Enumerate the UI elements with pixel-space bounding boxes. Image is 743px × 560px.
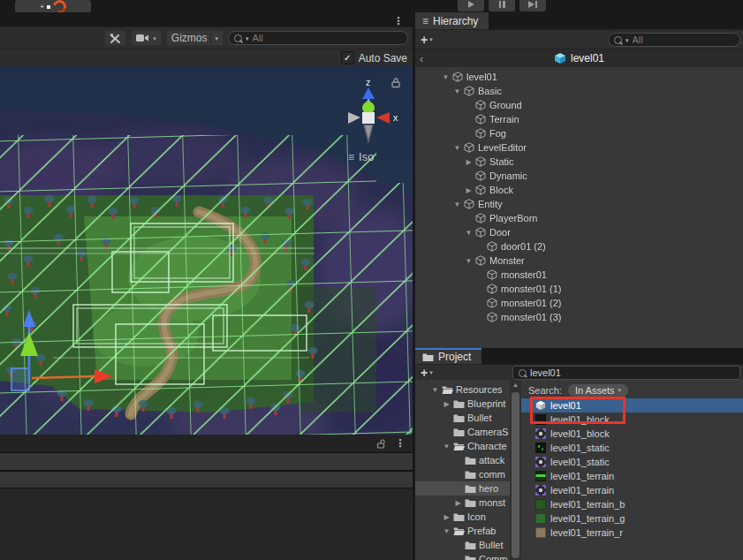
breadcrumb-label: level01 <box>571 52 604 64</box>
hierarchy-tree-item[interactable]: monster01 (2) <box>415 296 743 310</box>
project-folder-item[interactable]: ▼ Prefab <box>415 524 510 538</box>
foldout-arrow-icon[interactable]: ▼ <box>440 73 451 81</box>
hierarchy-add-button[interactable]: + ▾ <box>421 34 433 46</box>
hierarchy-tree-item[interactable]: PlayerBorn <box>415 211 743 225</box>
breadcrumb[interactable]: level01 <box>554 52 604 64</box>
scene-search-input[interactable] <box>253 33 402 43</box>
x-axis-cone[interactable] <box>376 112 390 124</box>
project-folder-item[interactable]: Bullet <box>415 411 510 425</box>
scene-search-field[interactable]: ▾ <box>228 31 408 45</box>
hierarchy-tree-item[interactable]: ▶ Block <box>415 183 743 197</box>
asset-label: level01_terrain_b <box>550 499 625 510</box>
tab-project[interactable]: Project <box>415 348 481 364</box>
project-folder-item[interactable]: Comm <box>415 552 510 560</box>
foldout-arrow-icon[interactable]: ▼ <box>463 257 474 265</box>
gizmos-button[interactable]: Gizmos ▾ <box>166 30 224 46</box>
folder-tree-scrollbar[interactable]: ▲ <box>510 380 521 560</box>
lock-icon[interactable] <box>390 77 401 88</box>
asset-result-item[interactable]: level01_terrain_r <box>521 526 743 540</box>
project-search-field[interactable] <box>512 366 740 380</box>
hierarchy-tree-item[interactable]: ▼ Entity <box>415 197 743 211</box>
hierarchy-tree-item[interactable]: Ground <box>415 98 743 112</box>
asset-result-item[interactable]: level01_terrain <box>521 469 743 483</box>
asset-result-item[interactable]: level01_terrain_b <box>521 497 743 511</box>
foldout-arrow-icon[interactable]: ▶ <box>441 400 452 408</box>
step-button[interactable] <box>519 0 546 11</box>
y-axis-ball[interactable] <box>362 102 375 114</box>
foldout-arrow-icon[interactable]: ▼ <box>451 201 463 208</box>
foldout-arrow-icon[interactable]: ▼ <box>463 229 474 237</box>
asset-result-item[interactable]: level01_block <box>521 427 743 441</box>
camera-caret-icon: ▾ <box>153 35 156 42</box>
foldout-arrow-icon[interactable]: ▼ <box>429 386 441 394</box>
unlock-icon[interactable] <box>375 438 387 450</box>
project-folder-item[interactable]: Bullet <box>415 538 510 552</box>
project-folder-item[interactable]: ▶ Blueprint <box>415 397 510 411</box>
asset-result-item[interactable]: level01_terrain <box>521 483 743 497</box>
hierarchy-tree-item[interactable]: ▼ Basic <box>415 84 743 98</box>
hierarchy-tree-item[interactable]: Dynamic <box>415 169 743 183</box>
hierarchy-tree-item[interactable]: monster01 <box>415 268 743 282</box>
mesh-asset-icon <box>535 428 546 439</box>
autosave-checkbox[interactable]: ✓ <box>341 51 354 64</box>
bottom-panel-row[interactable] <box>0 453 413 470</box>
pause-button[interactable] <box>489 0 515 11</box>
hierarchy-tree-item[interactable]: ▼ level01 <box>415 70 743 84</box>
projection-mode-label[interactable]: ≡ Iso <box>348 150 374 163</box>
badge-dot <box>47 5 50 9</box>
orange-badge-icon[interactable]: + <box>15 0 91 12</box>
project-folder-item[interactable]: CameraS <box>415 425 510 439</box>
hierarchy-search-input[interactable] <box>633 34 734 45</box>
badge-arc <box>50 0 68 12</box>
asset-result-item[interactable]: level01_static <box>521 455 743 469</box>
foldout-arrow-icon[interactable]: ▶ <box>452 499 464 507</box>
hierarchy-tree-item[interactable]: ▼ Door <box>415 225 743 239</box>
foldout-arrow-icon[interactable]: ▼ <box>441 527 452 535</box>
project-folder-item[interactable]: ▶ monst <box>415 496 510 510</box>
folder-label: Characte <box>467 441 507 451</box>
project-folder-item[interactable]: ▼ Resources <box>415 382 510 397</box>
gameobject-label: monster01 (1) <box>501 284 561 294</box>
hierarchy-tree-item[interactable]: monster01 (3) <box>415 310 743 324</box>
project-folder-item[interactable]: ▼ Characte <box>415 439 510 453</box>
search-scope-dropdown[interactable]: In Assets ▾ <box>568 384 628 397</box>
hierarchy-search-field[interactable]: ▾ <box>608 33 740 47</box>
breadcrumb-back-icon[interactable]: ‹ <box>420 53 423 64</box>
foldout-arrow-icon[interactable]: ▼ <box>451 87 463 95</box>
project-add-button[interactable]: + ▾ <box>421 367 433 379</box>
scrollbar-thumb[interactable] <box>512 392 519 558</box>
scene-camera-button[interactable]: ▾ <box>131 30 162 46</box>
foldout-arrow-icon[interactable]: ▶ <box>463 158 474 166</box>
gizmo-center-cube[interactable] <box>362 112 375 124</box>
project-folder-item[interactable]: comm <box>415 467 510 481</box>
bottom-panel-row[interactable] <box>0 472 413 488</box>
project-folder-item[interactable]: attack <box>415 453 510 467</box>
play-button[interactable] <box>458 0 484 11</box>
gameobject-cube-icon <box>463 86 475 96</box>
scene-viewport[interactable]: z y x ≡ Iso <box>0 66 413 435</box>
hierarchy-tree-item[interactable]: Fog <box>415 126 743 140</box>
scene-tools-button[interactable] <box>104 30 126 46</box>
hierarchy-tree-item[interactable]: door01 (2) <box>415 239 743 254</box>
asset-result-item[interactable]: level01_terrain_g <box>521 511 743 526</box>
hierarchy-tree-item[interactable]: ▼ Monster <box>415 254 743 268</box>
neg-x-axis-cone[interactable] <box>348 112 360 124</box>
scroll-up-icon[interactable]: ▲ <box>510 382 521 388</box>
foldout-arrow-icon[interactable]: ▶ <box>463 186 474 194</box>
project-folder-item[interactable]: hero <box>415 481 510 496</box>
asset-result-item[interactable]: level01_static <box>521 441 743 455</box>
foldout-arrow-icon[interactable]: ▼ <box>441 443 452 450</box>
tab-hierarchy[interactable]: ≡ Hierarchy <box>415 12 489 29</box>
bottom-panel-menu-icon[interactable]: ⋮ <box>395 437 406 450</box>
project-search-input[interactable] <box>530 367 734 378</box>
project-folder-item[interactable]: ▶ Icon <box>415 510 510 524</box>
scene-panel-menu-icon[interactable]: ⋮ <box>393 15 404 27</box>
foldout-arrow-icon[interactable]: ▼ <box>451 144 463 152</box>
hierarchy-tree-item[interactable]: ▼ LevelEditor <box>415 140 743 155</box>
gameobject-cube-icon <box>474 114 487 125</box>
foldout-arrow-icon[interactable]: ▶ <box>441 513 452 521</box>
hierarchy-tree-item[interactable]: monster01 (1) <box>415 282 743 296</box>
hierarchy-tree-item[interactable]: ▶ Static <box>415 155 743 169</box>
hierarchy-tree-item[interactable]: Terrain <box>415 112 743 126</box>
check-icon: ✓ <box>344 54 351 63</box>
